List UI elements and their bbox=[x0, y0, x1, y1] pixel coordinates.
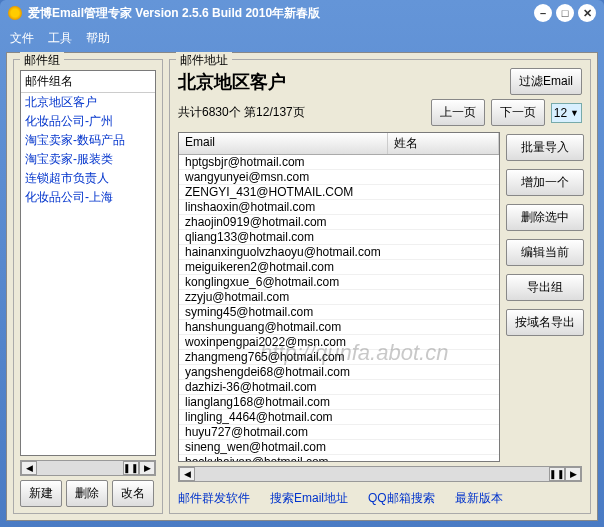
link-qq-search[interactable]: QQ邮箱搜索 bbox=[368, 490, 435, 507]
maximize-button[interactable]: □ bbox=[556, 4, 574, 22]
table-row[interactable]: qliang133@hotmail.com bbox=[179, 230, 499, 245]
group-item[interactable]: 淘宝卖家-服装类 bbox=[21, 150, 155, 169]
group-item[interactable]: 化妆品公司-上海 bbox=[21, 188, 155, 207]
table-row[interactable]: huyu727@hotmail.com bbox=[179, 425, 499, 440]
table-row[interactable]: dazhizi-36@hotmail.com bbox=[179, 380, 499, 395]
scroll-pause-icon[interactable]: ❚❚ bbox=[549, 467, 565, 481]
table-row[interactable]: hanshunguang@hotmail.com bbox=[179, 320, 499, 335]
table-row[interactable]: yangshengdei68@hotmail.com bbox=[179, 365, 499, 380]
table-row[interactable]: wangyunyei@msn.com bbox=[179, 170, 499, 185]
table-row[interactable]: ZENGYI_431@HOTMAIL.COM bbox=[179, 185, 499, 200]
chevron-down-icon: ▼ bbox=[570, 108, 579, 118]
table-row[interactable]: linshaoxin@hotmail.com bbox=[179, 200, 499, 215]
page-select[interactable]: 12▼ bbox=[551, 103, 582, 123]
link-latest-version[interactable]: 最新版本 bbox=[455, 490, 503, 507]
scroll-left-icon[interactable]: ◀ bbox=[179, 467, 195, 481]
menu-file[interactable]: 文件 bbox=[10, 30, 34, 47]
app-icon bbox=[8, 6, 22, 20]
scroll-right-icon[interactable]: ▶ bbox=[139, 461, 155, 475]
email-list[interactable]: hptgsbjr@hotmail.comwangyunyei@msn.comZE… bbox=[179, 155, 499, 461]
new-group-button[interactable]: 新建 bbox=[20, 480, 62, 507]
table-row[interactable]: zhaojin0919@hotmail.com bbox=[179, 215, 499, 230]
table-row[interactable]: meiguikeren2@hotmail.com bbox=[179, 260, 499, 275]
table-row[interactable]: zhangmeng765@hotmail.com bbox=[179, 350, 499, 365]
close-button[interactable]: ✕ bbox=[578, 4, 596, 22]
delete-group-button[interactable]: 删除 bbox=[66, 480, 108, 507]
groups-header: 邮件组名 bbox=[21, 71, 155, 93]
scroll-left-icon[interactable]: ◀ bbox=[21, 461, 37, 475]
col-email[interactable]: Email bbox=[179, 133, 388, 154]
delete-selected-button[interactable]: 删除选中 bbox=[506, 204, 584, 231]
next-page-button[interactable]: 下一页 bbox=[491, 99, 545, 126]
batch-import-button[interactable]: 批量导入 bbox=[506, 134, 584, 161]
addresses-panel-label: 邮件地址 bbox=[176, 52, 232, 69]
minimize-button[interactable]: – bbox=[534, 4, 552, 22]
table-row[interactable]: konglingxue_6@hotmail.com bbox=[179, 275, 499, 290]
link-search-email[interactable]: 搜索Email地址 bbox=[270, 490, 348, 507]
window-title: 爱博Email管理专家 Version 2.5.6 Build 2010年新春版 bbox=[28, 5, 320, 22]
scroll-pause-icon[interactable]: ❚❚ bbox=[123, 461, 139, 475]
groups-panel-label: 邮件组 bbox=[20, 52, 64, 69]
table-row[interactable]: lianglang168@hotmail.com bbox=[179, 395, 499, 410]
group-item[interactable]: 化妆品公司-广州 bbox=[21, 112, 155, 131]
groups-scrollbar[interactable]: ◀ ❚❚ ▶ bbox=[20, 460, 156, 476]
export-group-button[interactable]: 导出组 bbox=[506, 274, 584, 301]
prev-page-button[interactable]: 上一页 bbox=[431, 99, 485, 126]
table-row[interactable]: beckyhaiyan@hotmail.com bbox=[179, 455, 499, 461]
rename-group-button[interactable]: 改名 bbox=[112, 480, 154, 507]
group-item[interactable]: 淘宝卖家-数码产品 bbox=[21, 131, 155, 150]
filter-email-button[interactable]: 过滤Email bbox=[510, 68, 582, 95]
col-name[interactable]: 姓名 bbox=[388, 133, 499, 154]
count-text: 共计6830个 第12/137页 bbox=[178, 104, 305, 121]
menu-help[interactable]: 帮助 bbox=[86, 30, 110, 47]
menu-tools[interactable]: 工具 bbox=[48, 30, 72, 47]
table-row[interactable]: woxinpengpai2022@msn.com bbox=[179, 335, 499, 350]
link-mass-mail[interactable]: 邮件群发软件 bbox=[178, 490, 250, 507]
table-row[interactable]: syming45@hotmail.com bbox=[179, 305, 499, 320]
table-row[interactable]: zzyju@hotmail.com bbox=[179, 290, 499, 305]
add-one-button[interactable]: 增加一个 bbox=[506, 169, 584, 196]
table-row[interactable]: sineng_wen@hotmail.com bbox=[179, 440, 499, 455]
table-row[interactable]: hainanxinguolvzhaoyu@hotmail.com bbox=[179, 245, 499, 260]
group-item[interactable]: 北京地区客户 bbox=[21, 93, 155, 112]
export-by-domain-button[interactable]: 按域名导出 bbox=[506, 309, 584, 336]
table-row[interactable]: hptgsbjr@hotmail.com bbox=[179, 155, 499, 170]
group-item[interactable]: 连锁超市负责人 bbox=[21, 169, 155, 188]
scroll-right-icon[interactable]: ▶ bbox=[565, 467, 581, 481]
groups-list[interactable]: 邮件组名 北京地区客户化妆品公司-广州淘宝卖家-数码产品淘宝卖家-服装类连锁超市… bbox=[20, 70, 156, 456]
current-group-title: 北京地区客户 bbox=[178, 70, 502, 94]
email-scrollbar[interactable]: ◀ ❚❚ ▶ bbox=[178, 466, 582, 482]
table-row[interactable]: lingling_4464@hotmail.com bbox=[179, 410, 499, 425]
edit-current-button[interactable]: 编辑当前 bbox=[506, 239, 584, 266]
